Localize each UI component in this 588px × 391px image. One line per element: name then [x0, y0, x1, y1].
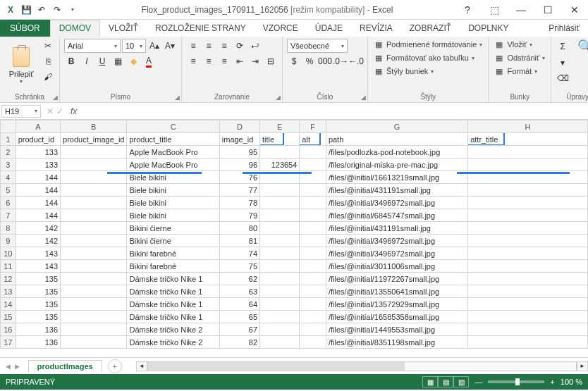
- cell[interactable]: [260, 323, 300, 336]
- comma-format-icon[interactable]: 000: [318, 54, 332, 68]
- name-box[interactable]: H19▾: [1, 105, 41, 118]
- cell[interactable]: 143: [16, 247, 60, 260]
- cell[interactable]: [468, 323, 588, 336]
- cell[interactable]: 144: [16, 184, 60, 197]
- cell[interactable]: /files/@initial/3496972small.jpg: [326, 235, 467, 247]
- cell[interactable]: 63: [219, 285, 259, 298]
- cell[interactable]: [468, 184, 588, 197]
- cell[interactable]: [468, 146, 588, 159]
- format-painter-icon[interactable]: 🖌: [41, 70, 55, 84]
- zoom-in-icon[interactable]: +: [550, 378, 554, 386]
- cell[interactable]: [300, 197, 326, 209]
- table-row[interactable]: 7144Biele bikini79/files/@initial/684574…: [1, 209, 588, 222]
- zoom-out-icon[interactable]: —: [474, 378, 482, 386]
- table-row[interactable]: 12135Dámske tričko Nike 162/files/@initi…: [1, 273, 588, 285]
- conditional-formatting-button[interactable]: ▦Podmienené formátovanie▾: [372, 39, 484, 50]
- cell[interactable]: Biele bikini: [127, 197, 219, 209]
- format-as-table-button[interactable]: ▦Formátovať ako tabuľku▾: [372, 52, 484, 63]
- cell[interactable]: attr_title: [468, 133, 588, 146]
- cell[interactable]: [61, 285, 127, 298]
- col-header[interactable]: D: [219, 120, 259, 133]
- cell[interactable]: [260, 209, 300, 222]
- tab-file[interactable]: SÚBOR: [0, 20, 50, 37]
- cell[interactable]: /files/original-miska-pre-mac.jpg: [326, 159, 467, 171]
- col-header[interactable]: C: [127, 120, 219, 133]
- cell[interactable]: 62: [219, 273, 259, 285]
- cell[interactable]: [300, 235, 326, 247]
- cell[interactable]: 65: [219, 311, 259, 323]
- cell[interactable]: 133: [16, 146, 60, 159]
- cell[interactable]: /files/@initial/3496972small.jpg: [326, 247, 467, 260]
- cell[interactable]: [61, 146, 127, 159]
- cell[interactable]: Dámske tričko Nike 2: [127, 323, 219, 336]
- row-header[interactable]: 11: [1, 260, 16, 273]
- font-size-combo[interactable]: 10▾: [122, 39, 146, 53]
- cell[interactable]: [300, 184, 326, 197]
- qat-dropdown-icon[interactable]: ▾: [65, 2, 80, 18]
- cell[interactable]: [61, 336, 127, 349]
- decrease-decimal-icon[interactable]: ←.0: [349, 54, 363, 68]
- cell[interactable]: [260, 311, 300, 323]
- cell[interactable]: /files/@initial/13550641small.jpg: [326, 285, 467, 298]
- delete-cells-button[interactable]: ▦Odstrániť▾: [493, 52, 546, 63]
- cell[interactable]: [300, 209, 326, 222]
- cell[interactable]: [468, 273, 588, 285]
- cell[interactable]: [300, 260, 326, 273]
- tab-review[interactable]: REVÍZIA: [351, 20, 401, 37]
- table-row[interactable]: 11143Bikini farebné75/files/@initial/301…: [1, 260, 588, 273]
- cell[interactable]: [468, 171, 588, 184]
- cell[interactable]: 123654: [260, 159, 300, 171]
- minimize-button[interactable]: —: [508, 0, 534, 20]
- cell[interactable]: Apple MacBook Pro: [127, 146, 219, 159]
- increase-decimal-icon[interactable]: .0→: [333, 54, 348, 68]
- zoom-slider[interactable]: [488, 380, 544, 383]
- scroll-right-icon[interactable]: ►: [577, 361, 588, 371]
- spreadsheet-grid[interactable]: A B C D E F G H 1 product_id product_ima…: [0, 120, 588, 357]
- cell[interactable]: 136: [16, 336, 60, 349]
- ribbon-display-icon[interactable]: ⬚: [481, 0, 508, 20]
- table-row[interactable]: 17136Dámske tričko Nike 282/files/@initi…: [1, 336, 588, 349]
- tab-layout[interactable]: ROZLOŽENIE STRANY: [147, 20, 255, 37]
- cell[interactable]: image_id: [219, 133, 259, 146]
- cell[interactable]: Apple MacBook Pro: [127, 159, 219, 171]
- cell[interactable]: 79: [219, 209, 259, 222]
- cell[interactable]: [61, 222, 127, 235]
- col-header[interactable]: B: [61, 120, 127, 133]
- table-row[interactable]: 2133Apple MacBook Pro95/files/podlozka-p…: [1, 146, 588, 159]
- font-name-combo[interactable]: Arial▾: [64, 39, 121, 53]
- redo-icon[interactable]: ↷: [49, 2, 65, 18]
- cell[interactable]: /files/@initial/431191small.jpg: [326, 222, 467, 235]
- scroll-left-icon[interactable]: ◄: [136, 361, 147, 371]
- sign-in-link[interactable]: Prihlásiť: [540, 20, 588, 36]
- copy-icon[interactable]: ⎘: [41, 54, 55, 68]
- cell[interactable]: Dámske tričko Nike 2: [127, 336, 219, 349]
- cell[interactable]: path: [326, 133, 467, 146]
- table-row[interactable]: 16136Dámske tričko Nike 267/files/@initi…: [1, 323, 588, 336]
- cell[interactable]: [300, 222, 326, 235]
- increase-indent-icon[interactable]: ⇥: [248, 54, 262, 68]
- cell[interactable]: [61, 247, 127, 260]
- save-icon[interactable]: 💾: [18, 2, 34, 18]
- cell[interactable]: Bikini čierne: [127, 235, 219, 247]
- cell[interactable]: 75: [219, 260, 259, 273]
- row-header[interactable]: 9: [1, 235, 16, 247]
- cell[interactable]: [61, 209, 127, 222]
- insert-cells-button[interactable]: ▦Vložiť▾: [493, 39, 546, 50]
- cell[interactable]: /files/@initial/3496972small.jpg: [326, 197, 467, 209]
- cell[interactable]: [468, 298, 588, 311]
- table-row[interactable]: 3133Apple MacBook Pro96123654/files/orig…: [1, 159, 588, 171]
- row-header[interactable]: 17: [1, 336, 16, 349]
- number-launcher-icon[interactable]: ◢: [361, 94, 366, 101]
- tab-home[interactable]: DOMOV: [50, 20, 100, 37]
- fill-color-icon[interactable]: ◆: [126, 54, 140, 68]
- page-layout-view-icon[interactable]: ▤: [438, 376, 453, 387]
- fill-icon[interactable]: ▾: [556, 56, 570, 70]
- percent-format-icon[interactable]: %: [302, 54, 317, 68]
- cell[interactable]: product_id: [16, 133, 60, 146]
- cell[interactable]: 78: [219, 197, 259, 209]
- cell[interactable]: 135: [16, 298, 60, 311]
- increase-font-icon[interactable]: A▴: [147, 39, 161, 53]
- tab-data[interactable]: ÚDAJE: [307, 20, 351, 37]
- align-center-icon[interactable]: ≡: [202, 54, 216, 68]
- align-bottom-icon[interactable]: ≡: [217, 39, 231, 53]
